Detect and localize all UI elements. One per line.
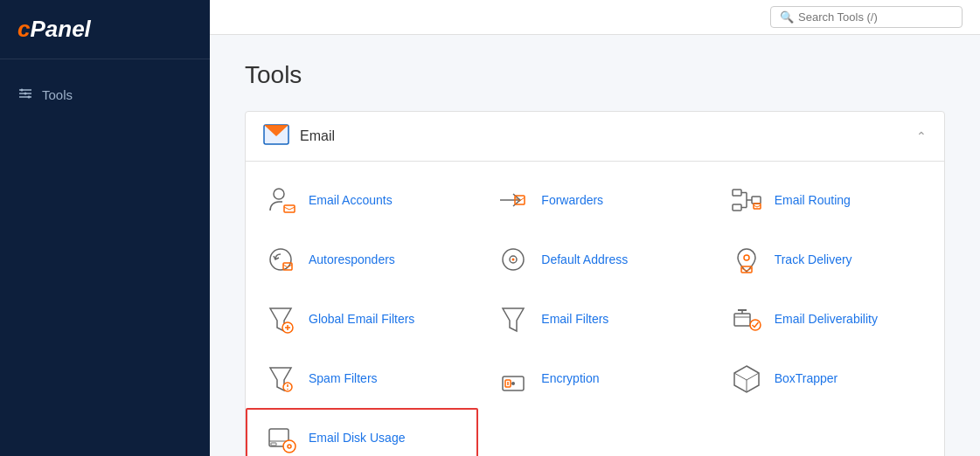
email-section: Email ⌃ Email Ac (245, 111, 945, 456)
svg-rect-62 (271, 443, 276, 446)
tool-email-disk-usage[interactable]: Email Disk Usage (246, 408, 478, 456)
boxtrapper-icon (729, 361, 764, 396)
section-header-left: Email (263, 124, 335, 149)
email-deliverability-label: Email Deliverability (775, 312, 878, 326)
main-content: 🔍 Tools Email ⌃ (210, 0, 980, 456)
svg-point-52 (511, 382, 515, 385)
tool-encryption[interactable]: Encryption (478, 349, 711, 408)
content-area: Tools Email ⌃ (210, 35, 980, 456)
boxtrapper-label: BoxTrapper (775, 371, 838, 385)
email-accounts-icon (263, 183, 298, 218)
sidebar-nav: Tools (0, 59, 210, 130)
tools-icon (17, 86, 33, 104)
tool-spam-filters[interactable]: Spam Filters (246, 349, 478, 408)
email-routing-icon (729, 183, 764, 218)
tool-forwarders[interactable]: Forwarders (478, 170, 711, 230)
cpanel-logo: cPanel (17, 16, 192, 43)
svg-point-3 (21, 89, 24, 92)
default-address-label: Default Address (541, 252, 628, 266)
svg-marker-41 (503, 308, 524, 331)
sidebar-tools-label: Tools (42, 87, 73, 102)
svg-rect-17 (733, 204, 741, 211)
sidebar: cPanel Tools (0, 0, 210, 456)
tool-track-delivery[interactable]: Track Delivery (712, 230, 944, 289)
global-filters-icon (263, 301, 298, 336)
email-section-header[interactable]: Email ⌃ (246, 112, 944, 162)
svg-point-46 (750, 320, 761, 330)
default-address-icon (496, 242, 531, 277)
svg-point-5 (28, 96, 31, 99)
email-section-title: Email (300, 128, 335, 144)
track-delivery-label: Track Delivery (775, 252, 852, 266)
track-delivery-icon (729, 242, 764, 277)
email-disk-usage-label: Email Disk Usage (309, 431, 405, 445)
email-deliverability-icon (729, 301, 764, 336)
tool-email-deliverability[interactable]: Email Deliverability (712, 289, 944, 349)
page-title: Tools (245, 61, 945, 89)
svg-line-58 (747, 373, 759, 380)
email-routing-label: Email Routing (775, 193, 851, 207)
tool-boxtrapper[interactable]: BoxTrapper (712, 349, 944, 408)
forwarders-label: Forwarders (541, 193, 603, 207)
tool-autoresponders[interactable]: Autoresponders (246, 230, 478, 289)
email-accounts-label: Email Accounts (309, 193, 393, 207)
tool-email-filters[interactable]: Email Filters (478, 289, 711, 349)
encryption-icon (496, 361, 531, 396)
tool-global-email-filters[interactable]: Global Email Filters (246, 289, 478, 349)
encryption-label: Encryption (541, 371, 599, 385)
global-email-filters-label: Global Email Filters (309, 312, 414, 326)
spam-filters-icon (263, 361, 298, 396)
svg-point-32 (512, 259, 515, 261)
svg-rect-18 (752, 197, 761, 204)
tools-grid: Email Accounts Forwarders (246, 162, 944, 456)
chevron-up-icon: ⌃ (916, 129, 927, 143)
svg-line-15 (520, 197, 525, 201)
topbar: 🔍 (210, 0, 980, 35)
email-filters-icon (496, 301, 531, 336)
svg-point-63 (283, 440, 295, 453)
svg-rect-42 (734, 314, 750, 326)
search-box[interactable]: 🔍 (770, 6, 963, 28)
disk-usage-icon (263, 420, 298, 455)
svg-rect-9 (284, 205, 295, 212)
svg-point-33 (744, 255, 749, 260)
svg-point-50 (287, 389, 288, 390)
svg-line-11 (289, 207, 295, 210)
forwarders-icon (496, 183, 531, 218)
tool-email-routing[interactable]: Email Routing (712, 170, 944, 230)
logo-area: cPanel (0, 0, 210, 59)
spam-filters-label: Spam Filters (309, 371, 378, 385)
svg-line-57 (734, 373, 747, 380)
svg-point-8 (274, 189, 284, 199)
search-icon: 🔍 (780, 10, 794, 24)
svg-line-10 (284, 207, 289, 210)
autoresponders-icon (263, 242, 298, 277)
search-input[interactable] (798, 10, 953, 24)
sidebar-item-tools[interactable]: Tools (0, 77, 210, 113)
svg-rect-16 (733, 190, 741, 196)
svg-point-54 (507, 382, 509, 383)
tool-email-accounts[interactable]: Email Accounts (246, 170, 478, 230)
email-filters-label: Email Filters (541, 312, 608, 326)
tool-default-address[interactable]: Default Address (478, 230, 711, 289)
autoresponders-label: Autoresponders (309, 252, 395, 266)
email-section-icon (263, 124, 289, 149)
svg-point-4 (24, 93, 27, 95)
